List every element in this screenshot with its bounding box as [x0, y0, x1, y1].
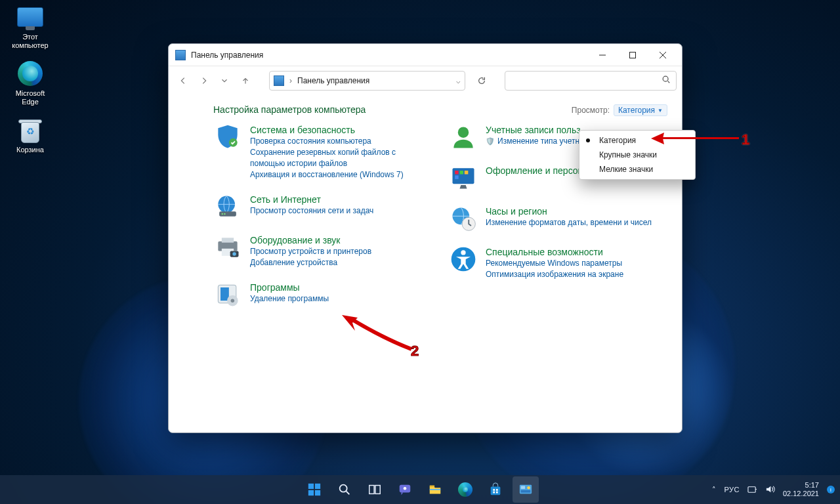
- language-indicator[interactable]: РУС: [724, 486, 740, 494]
- taskbar-tray: ˄ РУС 5:17 02.12.2021 i: [712, 481, 835, 498]
- svg-rect-35: [430, 486, 434, 488]
- category-link[interactable]: Изменение форматов даты, времени и чисел: [486, 217, 652, 228]
- category-title[interactable]: Учетные записи польз: [486, 125, 581, 135]
- taskbar-control-panel[interactable]: [513, 476, 539, 503]
- task-view-button[interactable]: [362, 476, 388, 503]
- control-panel-icon: [274, 75, 284, 86]
- back-button[interactable]: [174, 72, 192, 90]
- svg-rect-27: [315, 484, 320, 489]
- control-panel-window: Панель управления › Панель управления ⌵: [168, 43, 682, 433]
- taskbar-edge[interactable]: [452, 476, 478, 503]
- annotation-number-2: 2: [411, 343, 419, 360]
- svg-rect-45: [521, 490, 531, 493]
- tray-overflow-button[interactable]: ˄: [712, 486, 716, 494]
- bullet-selected-icon: [586, 138, 590, 142]
- svg-point-30: [340, 485, 347, 492]
- up-button[interactable]: [236, 72, 255, 90]
- svg-rect-36: [430, 489, 441, 490]
- breadcrumb[interactable]: Панель управления: [297, 76, 369, 85]
- search-icon[interactable]: [662, 75, 671, 87]
- navigation-bar: › Панель управления ⌵: [169, 66, 682, 95]
- taskbar-store[interactable]: [482, 476, 509, 503]
- svg-point-6: [224, 213, 225, 215]
- svg-point-5: [222, 213, 223, 215]
- address-bar[interactable]: › Панель управления ⌵: [269, 71, 465, 91]
- svg-rect-37: [491, 486, 501, 495]
- category-title[interactable]: Часы и регион: [486, 206, 547, 217]
- notification-badge-icon[interactable]: i: [827, 486, 835, 494]
- category-system-security: Система и безопасность Проверка состояни…: [213, 123, 429, 180]
- svg-point-16: [458, 127, 469, 138]
- accessibility-icon: [449, 245, 478, 274]
- view-by-value: Категория: [618, 106, 655, 115]
- desktop-icon-this-pc[interactable]: Этот компьютер: [5, 3, 55, 50]
- view-by-dropdown[interactable]: Категория ▼: [614, 104, 667, 116]
- close-button[interactable]: [648, 45, 678, 65]
- category-clock-region: Часы и регион Изменение форматов даты, в…: [449, 204, 665, 233]
- network-icon[interactable]: [747, 484, 757, 495]
- view-by-control: Просмотр: Категория ▼: [572, 104, 667, 116]
- category-title[interactable]: Система и безопасность: [250, 125, 355, 135]
- refresh-button[interactable]: [472, 71, 492, 91]
- category-title[interactable]: Сеть и Интернет: [250, 194, 321, 205]
- category-link[interactable]: Добавление устройства: [250, 257, 371, 268]
- printer-icon: [213, 233, 242, 262]
- category-title[interactable]: Оборудование и звук: [250, 235, 341, 245]
- taskbar-explorer[interactable]: [422, 476, 448, 503]
- start-button[interactable]: [301, 476, 327, 503]
- category-link[interactable]: Просмотр состояния сети и задач: [250, 205, 373, 217]
- category-network: Сеть и Интернет Просмотр состояния сети …: [213, 192, 429, 221]
- categories-column-left: Система и безопасность Проверка состояни…: [213, 123, 429, 321]
- maximize-button[interactable]: [618, 45, 648, 65]
- edge-icon: [16, 59, 45, 88]
- shield-uac-icon: 🛡️: [486, 137, 495, 146]
- svg-point-11: [232, 252, 236, 256]
- bin-icon: ♻: [16, 116, 45, 144]
- search-box[interactable]: [505, 71, 677, 91]
- svg-point-1: [663, 76, 668, 81]
- svg-point-25: [461, 250, 465, 255]
- recent-locations-button[interactable]: [216, 72, 234, 90]
- volume-icon[interactable]: [765, 484, 775, 495]
- taskbar-search[interactable]: [331, 476, 358, 503]
- svg-point-44: [527, 486, 530, 490]
- category-link[interactable]: Проверка состояния компьютера: [250, 136, 429, 147]
- svg-rect-39: [496, 489, 498, 491]
- search-input[interactable]: [511, 76, 662, 85]
- taskbar-chat[interactable]: [392, 476, 418, 503]
- menu-item-label: Категория: [599, 136, 636, 145]
- desktop-icon-edge[interactable]: Microsoft Edge: [5, 59, 55, 106]
- titlebar[interactable]: Панель управления: [169, 44, 682, 66]
- category-link[interactable]: Удаление программы: [250, 293, 329, 304]
- svg-rect-41: [496, 492, 498, 494]
- annotation-number-1: 1: [742, 131, 749, 148]
- svg-rect-28: [308, 490, 314, 495]
- taskbar: ˄ РУС 5:17 02.12.2021 i: [0, 475, 840, 504]
- shield-icon: [213, 123, 242, 152]
- clock-time: 5:17: [783, 481, 819, 490]
- view-by-menu: Категория Крупные значки Мелкие значки: [579, 130, 696, 180]
- desktop-icon-recycle-bin[interactable]: ♻ Корзина: [5, 116, 55, 154]
- category-link[interactable]: Просмотр устройств и принтеров: [250, 246, 371, 257]
- menu-item-small-icons[interactable]: Мелкие значки: [579, 162, 695, 177]
- menu-item-large-icons[interactable]: Крупные значки: [579, 148, 695, 162]
- menu-item-category[interactable]: Категория: [579, 133, 695, 148]
- category-title[interactable]: Специальные возможности: [486, 247, 603, 257]
- category-link[interactable]: Оптимизация изображения на экране: [486, 269, 623, 280]
- clock[interactable]: 5:17 02.12.2021: [783, 481, 819, 498]
- category-ease-of-access: Специальные возможности Рекомендуемые Wi…: [449, 245, 665, 280]
- category-title[interactable]: Программы: [250, 282, 300, 293]
- forward-button[interactable]: [195, 72, 213, 90]
- svg-rect-19: [460, 171, 464, 175]
- desktop-icons: Этот компьютер Microsoft Edge ♻ Корзина: [5, 3, 58, 163]
- category-link[interactable]: Архивация и восстановление (Windows 7): [250, 169, 429, 180]
- minimize-button[interactable]: [587, 45, 618, 65]
- chevron-down-icon[interactable]: ⌵: [456, 77, 461, 85]
- svg-rect-0: [630, 52, 636, 58]
- category-link[interactable]: Рекомендуемые Windows параметры: [486, 258, 623, 269]
- svg-rect-18: [455, 171, 459, 175]
- menu-item-label: Крупные значки: [599, 150, 657, 159]
- programs-icon: [213, 280, 242, 309]
- globe-icon: [213, 192, 242, 221]
- category-link[interactable]: Сохранение резервных копий файлов с помо…: [250, 147, 429, 169]
